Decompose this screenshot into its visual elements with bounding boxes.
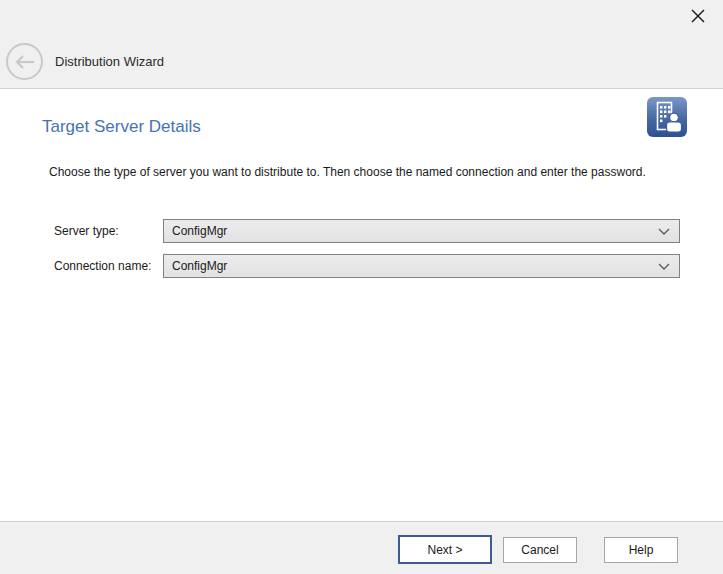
connection-name-value: ConfigMgr	[172, 259, 227, 273]
server-type-value: ConfigMgr	[172, 224, 227, 238]
distribution-wizard-window: Distribution Wizard Target Server Detail…	[0, 0, 723, 574]
close-icon	[691, 9, 705, 23]
back-button[interactable]	[6, 43, 43, 80]
page-description: Choose the type of server you want to di…	[49, 165, 657, 180]
connection-name-select[interactable]: ConfigMgr	[163, 254, 680, 278]
help-button[interactable]: Help	[604, 537, 678, 563]
next-button[interactable]: Next >	[398, 535, 492, 564]
back-arrow-icon	[14, 54, 36, 70]
building-user-icon	[646, 96, 688, 138]
chevron-down-icon	[658, 263, 670, 270]
close-button[interactable]	[687, 5, 709, 27]
connection-name-label: Connection name:	[54, 254, 151, 278]
server-type-select[interactable]: ConfigMgr	[163, 219, 680, 243]
wizard-footer: Next > Cancel Help	[0, 521, 723, 574]
cancel-button[interactable]: Cancel	[503, 537, 577, 563]
chevron-down-icon	[658, 228, 670, 235]
server-type-label: Server type:	[54, 219, 119, 243]
wizard-title: Distribution Wizard	[55, 54, 164, 69]
wizard-header: Distribution Wizard	[0, 0, 723, 89]
page-title: Target Server Details	[42, 117, 201, 137]
